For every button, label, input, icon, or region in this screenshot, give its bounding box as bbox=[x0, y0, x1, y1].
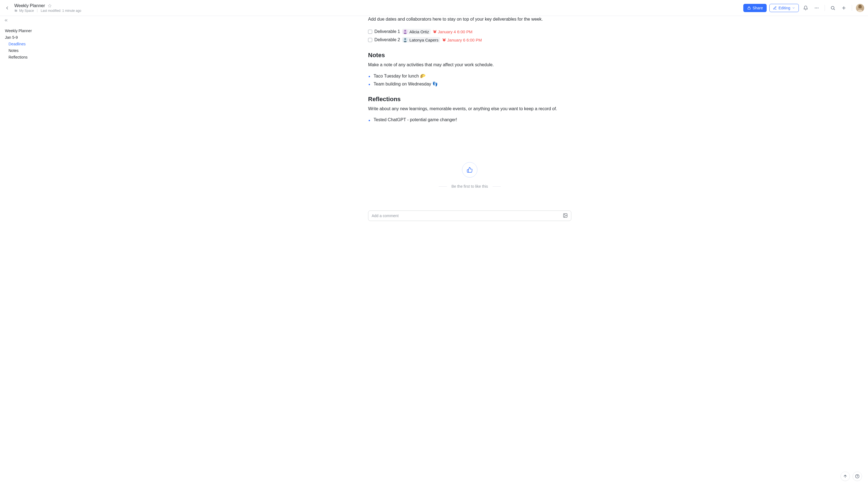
list-item[interactable]: Team building on Wednesday 👣 bbox=[368, 80, 571, 88]
task-title[interactable]: Deliverable 1 bbox=[374, 29, 400, 34]
due-label: January 4 6:00 PM bbox=[438, 29, 472, 34]
deadlines-intro[interactable]: Add due dates and collaborators here to … bbox=[368, 16, 571, 23]
due-date[interactable]: January 6 6:00 PM bbox=[442, 38, 482, 42]
header-right: Share Editing bbox=[743, 4, 864, 12]
outline-sidebar: Weekly Planner Jan 5-9 Deadlines Notes R… bbox=[0, 16, 71, 487]
svg-point-5 bbox=[831, 6, 834, 9]
mention-chip[interactable]: Latonya Capers bbox=[402, 37, 440, 42]
divider bbox=[439, 186, 447, 187]
person-icon bbox=[403, 29, 408, 34]
like-caption: Be the first to like this bbox=[451, 184, 488, 188]
task-checkbox[interactable] bbox=[368, 38, 372, 42]
bullet-icon bbox=[369, 84, 370, 85]
share-button[interactable]: Share bbox=[743, 4, 767, 12]
notes-description[interactable]: Make a note of any activities that may a… bbox=[368, 62, 571, 68]
alarm-icon bbox=[433, 30, 437, 33]
svg-point-12 bbox=[404, 38, 406, 40]
document-content[interactable]: Add due dates and collaborators here to … bbox=[365, 16, 574, 487]
like-section: Be the first to like this bbox=[368, 162, 571, 188]
mention-name: Alicia Ortiz bbox=[409, 29, 429, 34]
task-checkbox[interactable] bbox=[368, 30, 372, 34]
outline-item[interactable]: Jan 5-9 bbox=[5, 34, 66, 41]
comment-placeholder: Add a comment bbox=[372, 214, 399, 218]
doc-title[interactable]: Weekly Planner bbox=[14, 3, 45, 8]
task-title[interactable]: Deliverable 2 bbox=[374, 37, 400, 42]
svg-point-4 bbox=[818, 7, 818, 8]
user-avatar[interactable] bbox=[856, 4, 864, 12]
bullet-icon bbox=[369, 120, 370, 121]
separator bbox=[825, 5, 825, 11]
svg-point-2 bbox=[815, 7, 815, 8]
plus-icon bbox=[841, 5, 846, 10]
chevron-double-left-icon bbox=[4, 18, 8, 23]
section-heading-reflections[interactable]: Reflections bbox=[368, 96, 571, 103]
outline-item[interactable]: Deadlines bbox=[5, 41, 66, 47]
sub-row: My Space Last modified: 1 minute ago bbox=[14, 9, 81, 13]
folder-icon bbox=[14, 9, 18, 12]
list-item-text: Team building on Wednesday 👣 bbox=[374, 81, 438, 87]
like-button[interactable] bbox=[462, 162, 477, 178]
mention-name: Latonya Capers bbox=[409, 38, 438, 42]
pencil-icon bbox=[773, 6, 777, 10]
outline-item[interactable]: Reflections bbox=[5, 54, 66, 60]
scroll-to-top-button[interactable] bbox=[840, 471, 850, 481]
share-label: Share bbox=[753, 6, 763, 10]
last-modified: Last modified: 1 minute ago bbox=[41, 9, 81, 13]
chevron-down-icon bbox=[792, 6, 795, 10]
bullet-icon bbox=[369, 76, 370, 77]
outline: Weekly Planner Jan 5-9 Deadlines Notes R… bbox=[0, 28, 71, 60]
help-button[interactable] bbox=[852, 471, 862, 481]
header-left: Weekly Planner My Space Last modified: 1… bbox=[4, 3, 81, 13]
list-item[interactable]: Taco Tuesday for lunch 🌮 bbox=[368, 72, 571, 80]
mention-avatar bbox=[403, 29, 408, 34]
thumbs-up-icon bbox=[467, 167, 473, 173]
arrow-up-icon bbox=[843, 474, 847, 479]
outline-item[interactable]: Notes bbox=[5, 47, 66, 54]
task-row[interactable]: Deliverable 2 Latonya Capers January 6 6… bbox=[368, 36, 571, 44]
reflections-description[interactable]: Write about any new learnings, memorable… bbox=[368, 105, 571, 112]
separator bbox=[37, 9, 37, 12]
back-button[interactable] bbox=[4, 5, 10, 11]
notifications-button[interactable] bbox=[802, 4, 810, 12]
divider bbox=[493, 186, 501, 187]
comment-input[interactable]: Add a comment bbox=[368, 211, 571, 221]
separator bbox=[852, 5, 852, 11]
chevron-left-icon bbox=[5, 5, 10, 10]
mention-avatar bbox=[403, 37, 408, 42]
space-name: My Space bbox=[19, 9, 34, 13]
search-icon bbox=[830, 5, 835, 10]
editing-label: Editing bbox=[778, 6, 790, 10]
svg-point-15 bbox=[564, 214, 565, 215]
app-header: Weekly Planner My Space Last modified: 1… bbox=[0, 0, 868, 16]
more-button[interactable] bbox=[812, 4, 821, 12]
due-label: January 6 6:00 PM bbox=[447, 38, 482, 42]
dots-icon bbox=[814, 5, 819, 10]
bell-icon bbox=[803, 5, 808, 10]
editing-mode-button[interactable]: Editing bbox=[769, 4, 799, 12]
due-date[interactable]: January 4 6:00 PM bbox=[433, 29, 472, 34]
space-link[interactable]: My Space bbox=[14, 9, 34, 13]
title-row: Weekly Planner bbox=[14, 3, 81, 8]
star-icon bbox=[48, 4, 52, 8]
image-icon bbox=[563, 213, 568, 218]
collapse-sidebar-button[interactable] bbox=[4, 18, 8, 23]
list-item[interactable]: Tested ChatGPT - potential game changer! bbox=[368, 116, 571, 124]
task-row[interactable]: Deliverable 1 Alicia Ortiz January 4 6:0… bbox=[368, 28, 571, 36]
svg-point-10 bbox=[404, 30, 406, 32]
svg-line-6 bbox=[834, 9, 835, 10]
title-block: Weekly Planner My Space Last modified: 1… bbox=[14, 3, 81, 13]
section-heading-notes[interactable]: Notes bbox=[368, 52, 571, 59]
avatar-icon bbox=[856, 4, 864, 12]
favorite-button[interactable] bbox=[48, 4, 52, 8]
outline-doc-title[interactable]: Weekly Planner bbox=[5, 28, 66, 34]
list-item-text: Taco Tuesday for lunch 🌮 bbox=[374, 73, 426, 79]
svg-marker-0 bbox=[48, 4, 51, 7]
mention-chip[interactable]: Alicia Ortiz bbox=[402, 29, 431, 34]
svg-rect-1 bbox=[748, 8, 750, 9]
insert-image-button[interactable] bbox=[563, 213, 568, 219]
list-item-text: Tested ChatGPT - potential game changer! bbox=[374, 117, 457, 122]
person-icon bbox=[403, 37, 408, 42]
content-scroll[interactable]: Add due dates and collaborators here to … bbox=[71, 16, 868, 487]
add-button[interactable] bbox=[840, 4, 848, 12]
search-button[interactable] bbox=[829, 4, 837, 12]
